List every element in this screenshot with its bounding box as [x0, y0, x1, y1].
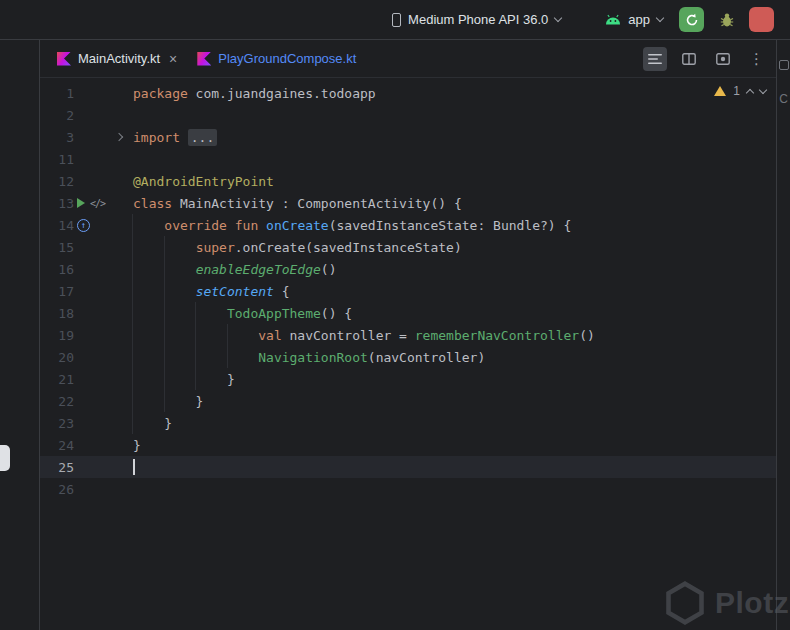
- code-text: val navController = rememberNavControlle…: [130, 328, 776, 343]
- compose-preview-icon[interactable]: </>: [90, 198, 105, 209]
- code-text: NavigationRoot(navController): [130, 350, 776, 365]
- code-line[interactable]: 12@AndroidEntryPoint: [40, 170, 776, 192]
- tool-window-icon[interactable]: [779, 60, 789, 70]
- line-number: 23: [40, 416, 74, 431]
- device-selector[interactable]: Medium Phone API 36.0: [386, 8, 567, 31]
- code-text: package com.juandgaines.todoapp: [130, 86, 776, 101]
- gutter: ↑: [74, 219, 130, 232]
- code-text: super.onCreate(savedInstanceState): [130, 240, 776, 255]
- code-line[interactable]: 3import ...: [40, 126, 776, 148]
- code-text: import ...: [130, 130, 776, 145]
- line-number: 12: [40, 174, 74, 189]
- code-line[interactable]: 11: [40, 148, 776, 170]
- rerun-app-button[interactable]: [679, 7, 704, 32]
- editor-zone: MainActivity.kt × PlayGroundCompose.kt: [40, 40, 776, 630]
- code-text: class MainActivity : ComponentActivity()…: [130, 196, 776, 211]
- left-tool-stripe: [0, 40, 40, 630]
- editor-view-toggles: ⋮: [643, 47, 768, 71]
- gutter: [74, 134, 130, 140]
- line-number: 17: [40, 284, 74, 299]
- code-text: override fun onCreate(savedInstanceState…: [130, 218, 776, 233]
- run-configuration-selector[interactable]: app: [599, 8, 669, 31]
- chevron-down-icon: [656, 14, 664, 22]
- design-view-button[interactable]: [711, 47, 735, 71]
- code-text: setContent {: [130, 284, 776, 299]
- code-line[interactable]: 26: [40, 478, 776, 500]
- kotlin-icon: [197, 52, 211, 66]
- code-line[interactable]: 21 }: [40, 368, 776, 390]
- line-number: 21: [40, 372, 74, 387]
- line-number: 18: [40, 306, 74, 321]
- device-selector-label: Medium Phone API 36.0: [408, 12, 548, 27]
- line-number: 16: [40, 262, 74, 277]
- code-lines: 1package com.juandgaines.todoapp23import…: [40, 82, 776, 500]
- android-icon: [605, 14, 621, 25]
- code-text: }: [130, 438, 776, 453]
- code-text: @AndroidEntryPoint: [130, 174, 776, 189]
- code-line[interactable]: 20 NavigationRoot(navController): [40, 346, 776, 368]
- line-number: 3: [40, 130, 74, 145]
- tab-label: PlayGroundCompose.kt: [218, 51, 356, 66]
- right-stripe-label[interactable]: C: [779, 92, 788, 106]
- code-line[interactable]: 17 setContent {: [40, 280, 776, 302]
- close-icon[interactable]: ×: [169, 52, 177, 66]
- editor-tab-bar: MainActivity.kt × PlayGroundCompose.kt: [40, 40, 776, 78]
- code-text: [130, 459, 776, 476]
- code-editor[interactable]: 1 1package com.juandgaines.todoapp23impo…: [40, 78, 776, 630]
- line-number: 25: [40, 460, 74, 475]
- line-number: 11: [40, 152, 74, 167]
- debug-app-button[interactable]: [714, 7, 739, 32]
- line-number: 13: [40, 196, 74, 211]
- code-line[interactable]: 2: [40, 104, 776, 126]
- code-text: enableEdgeToEdge(): [130, 262, 776, 277]
- code-view-button[interactable]: [643, 47, 667, 71]
- kotlin-icon: [57, 52, 71, 66]
- bug-icon: [718, 11, 736, 29]
- line-number: 15: [40, 240, 74, 255]
- code-text: TodoAppTheme() {: [130, 306, 776, 321]
- override-method-icon[interactable]: ↑: [77, 219, 90, 232]
- line-number: 1: [40, 86, 74, 101]
- more-options-icon[interactable]: ⋮: [745, 50, 768, 68]
- code-line[interactable]: 23 }: [40, 412, 776, 434]
- code-line[interactable]: 19 val navController = rememberNavContro…: [40, 324, 776, 346]
- phone-device-icon: [392, 13, 401, 27]
- stop-app-button[interactable]: [749, 7, 774, 32]
- android-studio-window: Medium Phone API 36.0 app: [0, 0, 790, 630]
- code-text: }: [130, 394, 776, 409]
- warning-count: 1: [733, 84, 740, 98]
- code-line[interactable]: 16 enableEdgeToEdge(): [40, 258, 776, 280]
- main-toolbar: Medium Phone API 36.0 app: [0, 0, 790, 40]
- code-line[interactable]: 18 TodoAppTheme() {: [40, 302, 776, 324]
- line-number: 19: [40, 328, 74, 343]
- line-number: 26: [40, 482, 74, 497]
- line-number: 14: [40, 218, 74, 233]
- gutter: </>: [74, 198, 130, 209]
- line-number: 2: [40, 108, 74, 123]
- right-tool-stripe: C: [776, 40, 790, 630]
- next-issue-icon[interactable]: [759, 86, 767, 94]
- code-line[interactable]: 14↑ override fun onCreate(savedInstanceS…: [40, 214, 776, 236]
- prev-issue-icon[interactable]: [746, 88, 754, 96]
- chevron-down-icon: [554, 14, 562, 22]
- line-number: 22: [40, 394, 74, 409]
- code-line[interactable]: 22 }: [40, 390, 776, 412]
- code-line[interactable]: 25: [40, 456, 776, 478]
- tool-window-handle[interactable]: [0, 445, 10, 471]
- code-line[interactable]: 24}: [40, 434, 776, 456]
- tab-mainactivity[interactable]: MainActivity.kt ×: [47, 40, 187, 78]
- code-line[interactable]: 13</>class MainActivity : ComponentActiv…: [40, 192, 776, 214]
- code-text: }: [130, 372, 776, 387]
- warning-icon: [714, 86, 726, 96]
- split-view-button[interactable]: [677, 47, 701, 71]
- text-caret: [133, 459, 135, 475]
- tab-label: MainActivity.kt: [78, 51, 160, 66]
- code-line[interactable]: 1package com.juandgaines.todoapp: [40, 82, 776, 104]
- inspection-widget[interactable]: 1: [714, 84, 766, 98]
- fold-chevron-icon[interactable]: [115, 133, 123, 141]
- tab-playgroundcompose[interactable]: PlayGroundCompose.kt: [187, 40, 366, 78]
- code-text: }: [130, 416, 776, 431]
- code-line[interactable]: 15 super.onCreate(savedInstanceState): [40, 236, 776, 258]
- run-gutter-icon[interactable]: [77, 198, 85, 208]
- restart-arrow-icon: [685, 13, 699, 27]
